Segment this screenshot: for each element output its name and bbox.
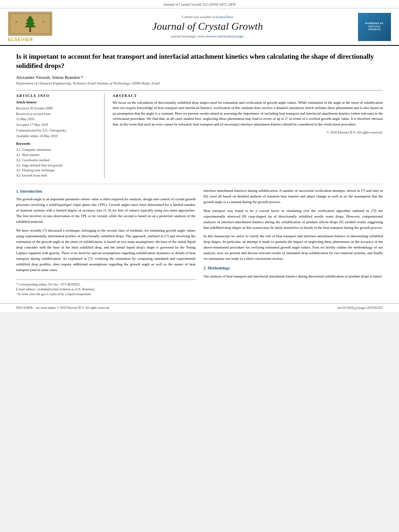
badge-text: POWERED BY CRYSTAL GROWTH [365,22,384,31]
intro-para-2: We have recently [7] discussed a techniq… [16,228,195,273]
abstract-text: We focus on the calculation of direction… [113,100,383,127]
abstract-column: ABSTRACT We focus on the calculation of … [113,94,383,178]
header-right: POWERED BY CRYSTAL GROWTH [355,13,391,41]
intro-para-3: interface-attachment kinetics) during so… [204,188,383,205]
copyright-line: © 2010 Elsevier B.V. All rights reserved… [113,130,383,134]
article-title: Is it important to account for heat tran… [16,52,383,71]
elsevier-wordmark: ELSEVIER [8,37,33,42]
svg-text:✦: ✦ [42,20,45,24]
footnote-area: * Corresponding author. Tel./fax: +972 4… [16,279,195,297]
intro-para-4: Heat transport was found to be a crucial… [204,208,383,231]
journal-homepage-link[interactable]: www.elsevier.com/locate/jcrysgro [197,34,244,38]
article-info-abstract-section: ARTICLE INFO Article history: Received 2… [16,90,383,178]
keyword-4: A2. Edge defined film fed growth [16,163,99,168]
keywords-label: Keywords: [16,142,99,146]
doi-line: doi:10.1016/j.jcrysgro.2010.05.025 [337,306,383,310]
elsevier-logo-image: ✦ ✦ [8,12,52,36]
header-area: ✦ ✦ ELSEVIER Contents lists available at… [0,8,399,46]
communicated: Communicated by A.G. Ostrogorsky [16,128,99,133]
body-col-left: 1. Introduction The growth angle is an i… [16,188,195,297]
methodology-heading: 2. Methodology [204,265,383,271]
journal-title: Journal of Crystal Growth [64,21,351,33]
available-online: Available online 24 May 2010 [16,134,99,139]
issn-line: 0022-0248/$ – see front matter © 2010 El… [16,306,110,310]
keyword-5: A2. Floating zone technique [16,168,99,173]
elsevier-logo: ✦ ✦ ELSEVIER [8,12,60,42]
keyword-6: A2. Growth from melt [16,173,99,178]
abstract-heading: ABSTRACT [113,94,383,98]
authors: Alexander Virozub, Simon Brandon * [16,75,383,80]
keyword-3: A2. Czochralski method [16,158,99,163]
section-divider [16,184,383,184]
svg-rect-2 [29,27,31,32]
article-info-column: ARTICLE INFO Article history: Received 2… [16,94,105,178]
received-revised-label: Received in revised form [16,111,99,117]
main-content: Is it important to account for heat tran… [0,46,399,303]
header-left: ✦ ✦ ELSEVIER [8,12,60,42]
received-date: Received 26 October 2009 [16,106,99,111]
journal-homepage: journal homepage: www.elsevier.com/locat… [64,34,351,38]
sciencedirect-link[interactable]: ScienceDirect [216,15,234,19]
author-names: Alexander Virozub, Simon Brandon * [16,75,83,80]
introduction-heading: 1. Introduction [16,188,195,195]
contents-line: Contents lists available at ScienceDirec… [64,15,351,19]
keyword-2: A1. Heat transfer [16,152,99,158]
article-info-heading: ARTICLE INFO [16,94,99,98]
affiliation: Department of Chemical Engineering, Tech… [16,81,383,85]
journal-top-line: Journal of Crystal Growth 312 (2010) 247… [0,0,399,8]
intro-para-1: The growth angle is an important paramet… [16,197,195,225]
header-center: Contents lists available at ScienceDirec… [60,15,355,38]
body-two-col: 1. Introduction The growth angle is an i… [16,188,383,297]
journal-citation: Journal of Crystal Growth 312 (2010) 247… [164,2,236,6]
bottom-bar: 0022-0248/$ – see front matter © 2010 El… [0,303,399,312]
body-col-right: interface-attachment kinetics) during so… [204,188,383,297]
intro-para-5: In this manuscript we strive to clarify … [204,234,383,262]
received-revised-date: 13 May 2010 [16,117,99,122]
svg-text:✦: ✦ [14,20,18,24]
keyword-1: A1. Computer simulation [16,147,99,152]
email-address: E-mail address: cerabab@technir.technion… [16,287,195,292]
page-wrapper: Journal of Crystal Growth 312 (2010) 247… [0,0,399,312]
corresponding-author: * Corresponding author. Tel./fax: +972 4… [16,282,195,287]
footnote-1: ¹ In some cases the gas is replaced by a… [16,292,195,297]
methodology-para-1: Our analysis of heat transport and inter… [204,274,383,279]
history-label: Article history: [16,100,99,104]
crystal-growth-badge: POWERED BY CRYSTAL GROWTH [358,13,391,41]
accepted-date: Accepted 17 May 2010 [16,122,99,127]
